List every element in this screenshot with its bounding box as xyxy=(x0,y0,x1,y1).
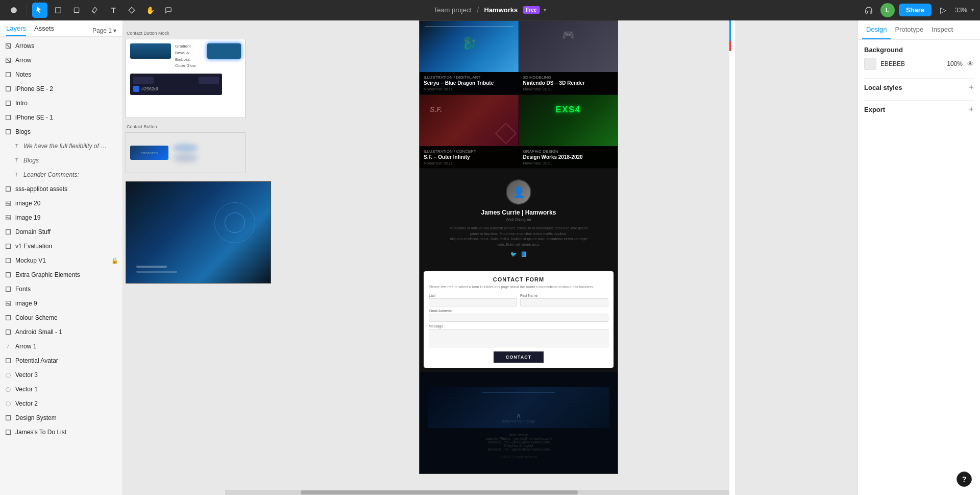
field-email-label: Email Address xyxy=(429,309,608,313)
frame-contact-btn[interactable]: contacts xyxy=(126,132,246,173)
card-ds-title: Nintendo DS – 3D Render xyxy=(523,80,614,86)
tab-layers[interactable]: Layers xyxy=(6,25,26,36)
layer-item-vector3[interactable]: ◯ Vector 3 xyxy=(0,368,122,382)
card-ds-date: November 2021 xyxy=(523,87,614,91)
facebook-icon: 📘 xyxy=(521,251,527,257)
svg-rect-22 xyxy=(6,330,11,335)
background-swatch[interactable] xyxy=(864,58,876,70)
contact-btn-shadows xyxy=(173,144,198,162)
tab-design[interactable]: Design xyxy=(862,20,891,39)
layer-item-text-comments[interactable]: T Leander Comments: xyxy=(0,168,122,182)
page-selector[interactable]: Page 1 ▾ xyxy=(92,27,116,34)
zoom-level[interactable]: 33% xyxy=(955,7,967,14)
layer-item-v1eval[interactable]: v1 Evaluation xyxy=(0,239,122,253)
field-first-input[interactable] xyxy=(520,298,608,307)
headphone-button[interactable] xyxy=(861,3,876,18)
visibility-icon[interactable]: 👁 xyxy=(967,60,974,68)
layer-item-extras[interactable]: Extra Graphic Elements xyxy=(0,268,122,282)
layer-item-blogs[interactable]: Blogs xyxy=(0,125,122,139)
accent-blue-strip xyxy=(729,20,731,41)
sidebar-layers: Arrows Arrow Notes iPhone xyxy=(0,37,122,495)
layer-item-domain[interactable]: Domain Stuff xyxy=(0,225,122,239)
layer-item-image20[interactable]: image 20 xyxy=(0,196,122,210)
layer-icon-text-blogs: T xyxy=(12,156,20,164)
project-title[interactable]: Hamworks xyxy=(484,6,518,14)
component-tool-button[interactable] xyxy=(124,3,139,18)
avatar[interactable]: L xyxy=(880,3,895,17)
footer-back-top: Return to top of page xyxy=(502,419,535,423)
contact-field-message-row: Message xyxy=(429,324,608,347)
svg-line-4 xyxy=(7,44,10,48)
add-local-style-button[interactable]: + xyxy=(968,83,974,92)
move-tool-button[interactable] xyxy=(32,3,47,18)
layer-item-todo[interactable]: James's To Do List xyxy=(0,425,122,439)
layer-item-image9[interactable]: image 9 xyxy=(0,296,122,311)
layer-item-avatar[interactable]: Potential Avatar xyxy=(0,353,122,368)
layer-item-colour[interactable]: Colour Scheme xyxy=(0,311,122,325)
gradient-demo-col xyxy=(130,43,171,59)
layer-item-vector2[interactable]: ◯ Vector 2 xyxy=(0,396,122,411)
project-chevron[interactable]: ▾ xyxy=(544,7,546,13)
zoom-chevron[interactable]: ▾ xyxy=(971,7,974,13)
layer-name-domain: Domain Stuff xyxy=(15,228,118,235)
comment-tool-button[interactable] xyxy=(161,3,176,18)
field-email-input[interactable] xyxy=(429,314,608,322)
card-blue-date: November 2021 xyxy=(424,87,514,91)
help-button[interactable]: ? xyxy=(957,472,972,487)
layer-item-arrows[interactable]: Arrows xyxy=(0,39,122,53)
shape-tool-button[interactable] xyxy=(69,3,84,18)
layer-name-notes: Notes xyxy=(15,71,118,78)
svg-rect-15 xyxy=(6,230,11,234)
layer-item-iphonese2[interactable]: iPhone SE - 2 xyxy=(0,82,122,96)
up-arrow-icon: ∧ xyxy=(502,411,535,419)
divider-2 xyxy=(864,100,974,101)
frame-tool-button[interactable] xyxy=(51,3,66,18)
add-export-button[interactable]: + xyxy=(968,105,974,114)
layer-name-iphonese2: iPhone SE - 2 xyxy=(15,85,118,92)
field-last-input[interactable] xyxy=(429,298,517,307)
layer-item-vector1[interactable]: ◯ Vector 1 xyxy=(0,382,122,396)
layer-item-android[interactable]: Android Small - 1 xyxy=(0,325,122,339)
frame-image19[interactable] xyxy=(126,181,271,284)
layer-item-sss[interactable]: sss-applibot assets xyxy=(0,182,122,196)
layer-item-iphonese1[interactable]: iPhone SE - 1 xyxy=(0,110,122,125)
layer-item-fonts[interactable]: Fonts xyxy=(0,282,122,296)
contact-submit-button[interactable]: CONTACT xyxy=(494,351,544,363)
color-chip xyxy=(133,86,139,92)
scrollbar-thumb[interactable] xyxy=(301,490,578,494)
hand-tool-button[interactable]: ✋ xyxy=(142,3,158,18)
avatar-icon: 👤 xyxy=(512,186,525,198)
layer-item-intro[interactable]: Intro xyxy=(0,96,122,110)
layer-item-text-blogs[interactable]: T Blogs xyxy=(0,153,122,168)
layer-item-arrow[interactable]: Arrow xyxy=(0,53,122,67)
layer-name-image19: image 19 xyxy=(15,214,118,221)
right-panel: Background EBEBEB 100% 👁 Local styles + xyxy=(858,40,980,495)
layer-item-arrow1[interactable]: ∕ Arrow 1 xyxy=(0,339,122,353)
tab-inspect[interactable]: Inspect xyxy=(927,20,957,39)
svg-line-6 xyxy=(7,59,10,62)
card-ds-icon: 🎮 xyxy=(562,29,575,41)
canvas-area[interactable]: Contact Button Mock Gradient Bevel & Emb… xyxy=(123,20,857,495)
horizontal-scrollbar[interactable] xyxy=(225,490,729,495)
layer-item-image19[interactable]: image 19 xyxy=(0,210,122,225)
tab-prototype[interactable]: Prototype xyxy=(891,20,927,39)
field-message-input[interactable] xyxy=(429,329,608,347)
svg-rect-10 xyxy=(6,115,11,120)
background-color-value[interactable]: EBEBEB xyxy=(880,60,943,67)
figma-canvas: Contact Button Mock Gradient Bevel & Emb… xyxy=(123,20,857,495)
layer-item-notes[interactable]: Notes xyxy=(0,67,122,82)
layer-item-design-system[interactable]: Design System xyxy=(0,411,122,425)
present-button[interactable]: ▷ xyxy=(936,3,951,18)
pen-tool-button[interactable] xyxy=(87,3,103,18)
background-opacity[interactable]: 100% xyxy=(947,60,963,67)
layer-item-text-flex[interactable]: T We have the full flexibility of … xyxy=(0,139,122,153)
menu-button[interactable] xyxy=(6,3,21,18)
portfolio-main-frame[interactable]: 🐉 ILLUSTRATION / DIGITAL ART Seiryu – Bl… xyxy=(419,20,618,474)
layer-item-mockup[interactable]: Mockup V1 🔒 xyxy=(0,253,122,268)
share-button[interactable]: Share xyxy=(899,4,932,16)
text-tool-button[interactable]: T xyxy=(106,3,121,18)
card-sf-label: ILLUSTRATION / CONCEPT xyxy=(424,149,514,154)
frame-contact-mock[interactable]: Gradient Bevel & Emboss Outer Glow xyxy=(126,39,246,118)
card-blue-info: ILLUSTRATION / DIGITAL ART Seiryu – Blue… xyxy=(420,72,519,95)
tab-assets[interactable]: Assets xyxy=(34,25,54,36)
